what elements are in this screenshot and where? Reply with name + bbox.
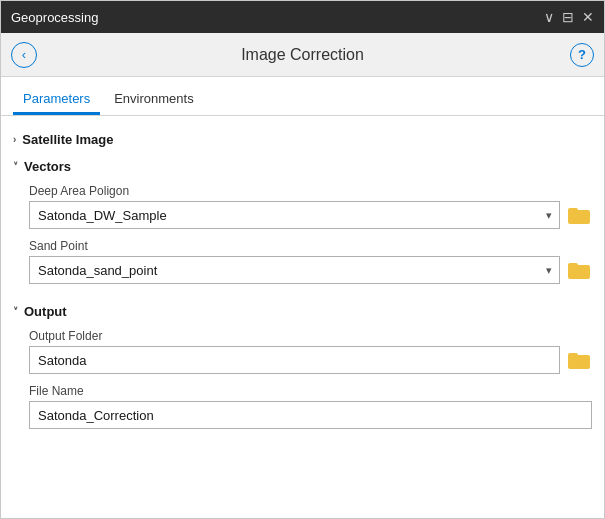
deep-area-row: Satonda_DW_Sample: [29, 201, 592, 229]
output-folder-button[interactable]: [566, 347, 592, 373]
title-bar-left: Geoprocessing: [11, 10, 98, 25]
sand-point-label: Sand Point: [29, 239, 592, 253]
app-title: Geoprocessing: [11, 10, 98, 25]
output-folder-field-group: Output Folder: [29, 329, 592, 374]
sand-point-folder-icon: [568, 261, 590, 279]
pin-button[interactable]: ⊟: [562, 9, 574, 25]
deep-area-folder-icon: [568, 206, 590, 224]
help-button[interactable]: ?: [570, 43, 594, 67]
satellite-section-label: Satellite Image: [22, 132, 113, 147]
close-button[interactable]: ✕: [582, 9, 594, 25]
vectors-section: ˅ Vectors Deep Area Poligon Satonda_DW_S…: [13, 153, 592, 298]
file-name-field-group: File Name: [29, 384, 592, 429]
file-name-input[interactable]: [29, 401, 592, 429]
output-folder-label: Output Folder: [29, 329, 592, 343]
section-output[interactable]: ˅ Output: [13, 298, 592, 325]
file-name-row: [29, 401, 592, 429]
section-vectors[interactable]: ˅ Vectors: [13, 153, 592, 180]
vectors-section-content: Deep Area Poligon Satonda_DW_Sample: [13, 180, 592, 298]
sand-point-field-group: Sand Point Satonda_sand_point: [29, 239, 592, 284]
sand-point-folder-button[interactable]: [566, 257, 592, 283]
tab-parameters[interactable]: Parameters: [13, 85, 100, 115]
toolbar: ‹ Image Correction ?: [1, 33, 604, 77]
satellite-chevron-icon: ›: [13, 134, 16, 145]
deep-area-dropdown-wrapper: Satonda_DW_Sample: [29, 201, 560, 229]
output-folder-row: [29, 346, 592, 374]
sand-point-dropdown[interactable]: Satonda_sand_point: [29, 256, 560, 284]
deep-area-field-group: Deep Area Poligon Satonda_DW_Sample: [29, 184, 592, 229]
section-satellite-image[interactable]: › Satellite Image: [13, 126, 592, 153]
output-folder-input[interactable]: [29, 346, 560, 374]
file-name-label: File Name: [29, 384, 592, 398]
page-title: Image Correction: [241, 46, 364, 64]
output-section-content: Output Folder File Name: [13, 325, 592, 443]
deep-area-label: Deep Area Poligon: [29, 184, 592, 198]
sand-point-dropdown-wrapper: Satonda_sand_point: [29, 256, 560, 284]
back-icon: ‹: [22, 47, 26, 62]
vectors-chevron-icon: ˅: [13, 161, 18, 172]
sand-point-row: Satonda_sand_point: [29, 256, 592, 284]
output-folder-icon: [568, 351, 590, 369]
title-bar-controls: ∨ ⊟ ✕: [544, 9, 594, 25]
deep-area-dropdown[interactable]: Satonda_DW_Sample: [29, 201, 560, 229]
help-icon: ?: [578, 47, 586, 62]
tab-environments[interactable]: Environments: [104, 85, 203, 115]
vectors-section-label: Vectors: [24, 159, 71, 174]
title-bar: Geoprocessing ∨ ⊟ ✕: [1, 1, 604, 33]
deep-area-folder-button[interactable]: [566, 202, 592, 228]
back-button[interactable]: ‹: [11, 42, 37, 68]
content-area: › Satellite Image ˅ Vectors Deep Area Po…: [1, 116, 604, 518]
geoprocessing-window: Geoprocessing ∨ ⊟ ✕ ‹ Image Correction ?…: [0, 0, 605, 519]
minimize-button[interactable]: ∨: [544, 9, 554, 25]
tabs-bar: Parameters Environments: [1, 77, 604, 116]
output-section: ˅ Output Output Folder File Name: [13, 298, 592, 443]
output-section-label: Output: [24, 304, 67, 319]
output-chevron-icon: ˅: [13, 306, 18, 317]
